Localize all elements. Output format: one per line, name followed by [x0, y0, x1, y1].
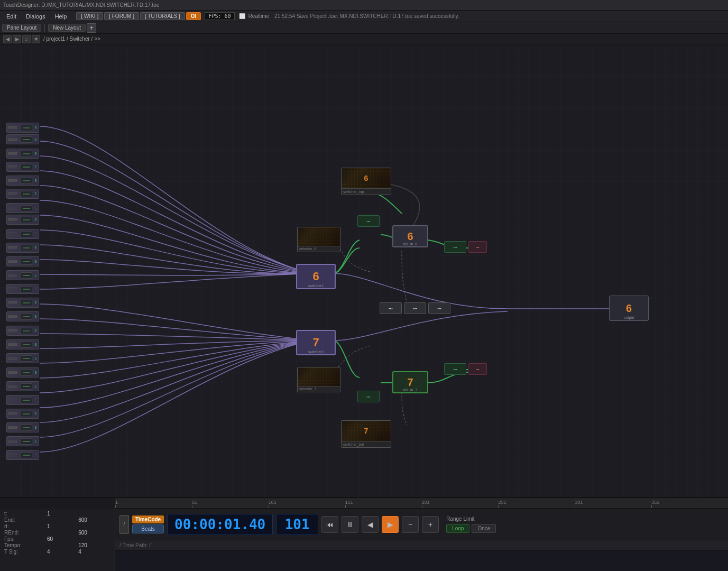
main-node-7[interactable]: 7 switcher2 [296, 330, 336, 355]
btn-play[interactable]: ▶ [382, 516, 399, 533]
input-node-17[interactable] [6, 353, 39, 363]
preview-node-bot[interactable]: 7 switcher_bot [341, 420, 391, 448]
time-path-label: / Time Path: / [119, 542, 151, 548]
preview-node-top[interactable]: 6 switcher_top [341, 168, 391, 195]
input-node-12[interactable] [6, 284, 39, 294]
input-node-2[interactable] [6, 149, 39, 159]
input-node-3[interactable] [6, 162, 39, 172]
util-green-6a[interactable]: ▪▪▪ [444, 241, 466, 253]
input-node-1[interactable] [6, 134, 39, 144]
input-node-23[interactable] [6, 436, 39, 446]
ruler-mark-51: 51 [192, 500, 197, 505]
input-node-15[interactable] [6, 326, 39, 336]
input-node-14[interactable] [6, 311, 39, 321]
tutorials-button[interactable]: [ TUTORIALS ] [140, 12, 185, 20]
btn-pause[interactable]: ⏸ [342, 516, 358, 533]
input-node-18[interactable] [6, 367, 39, 377]
ruler-mark-251: 251 [498, 500, 506, 505]
util-green-7a[interactable]: ▪▪▪ [444, 363, 466, 375]
num-6-right: 6 [407, 231, 413, 243]
transport-area: / TimeCode Beats 00:00:01.40 101 ⏮ ⏸ ◀ ▶… [115, 509, 728, 571]
row-node-1[interactable]: ▪▪▪ [380, 302, 402, 314]
ruler-line-301 [575, 505, 575, 508]
util-node-top-green[interactable]: ▪▪▪ [357, 215, 380, 227]
input-node-10[interactable] [6, 256, 39, 266]
btn-minus[interactable]: − [402, 516, 419, 533]
add-layout-button[interactable]: + [87, 23, 96, 33]
btn-back[interactable]: ◀ [362, 516, 379, 533]
btn-start[interactable]: ⏮ [321, 516, 338, 533]
input-node-9[interactable] [6, 243, 39, 253]
util-node-mid7-green[interactable]: ▪▪▪ [357, 391, 380, 402]
btn-plus[interactable]: + [422, 516, 439, 533]
input-node-20[interactable] [6, 395, 39, 405]
main-num-7: 7 [312, 336, 319, 349]
playhead-indicator[interactable]: / [119, 515, 129, 534]
input-node-11[interactable] [6, 270, 39, 280]
ruler-line-251 [498, 505, 499, 508]
preview-node-mid-7[interactable]: selector_7 [297, 367, 340, 392]
transport-bar: / TimeCode Beats 00:00:01.40 101 ⏮ ⏸ ◀ ▶… [115, 509, 728, 540]
util-pink-7a[interactable]: ▪▪ [468, 363, 487, 375]
row-node-3[interactable]: ▪▪▪ [428, 302, 450, 314]
input-node-7[interactable] [6, 215, 39, 225]
beats-button[interactable]: Beats [132, 524, 164, 533]
forward-button[interactable]: ▶ [13, 35, 21, 43]
bottom-panel: 151101151201251301351401 t: 1 End: 600 r… [0, 497, 728, 571]
stat-value-fps: 60 [47, 536, 76, 542]
ruler-mark-301: 301 [575, 500, 583, 505]
main-node-6[interactable]: 6 switcher1 [296, 264, 336, 289]
node-7-right[interactable]: 7 ndi_in_7 [392, 371, 428, 393]
preview-label-top: switcher_top [342, 188, 391, 195]
preview-screen-mid-7 [298, 367, 340, 386]
loop-button[interactable]: Loop [446, 524, 469, 533]
breadcrumb-path: / project1 / Switcher / >> [43, 36, 100, 42]
preview-screen-mid-6 [298, 227, 340, 246]
timecode-display: 00:00:01.40 [167, 514, 273, 535]
stat-value-rend: 600 [78, 530, 110, 536]
input-node-16[interactable] [6, 339, 39, 349]
pane-layout-button[interactable]: Pane Layout [2, 24, 41, 32]
preview-node-mid-6[interactable]: selector_6 [297, 227, 340, 252]
timeline-track[interactable] [115, 551, 728, 571]
input-node-6[interactable] [6, 203, 39, 213]
stat-value-tsig2: 4 [78, 549, 110, 555]
util-pink-6a[interactable]: ▪▪ [468, 241, 487, 253]
wiki-button[interactable]: [ WIKI ] [76, 12, 103, 20]
input-node-22[interactable] [6, 422, 39, 432]
once-button[interactable]: Once [472, 524, 496, 533]
input-node-0[interactable] [6, 123, 39, 133]
menu-edit[interactable]: Edit [2, 12, 21, 21]
input-node-19[interactable] [6, 381, 39, 391]
input-node-8[interactable] [6, 229, 39, 239]
frame-display: 101 [276, 514, 318, 535]
ruler-mark-201: 201 [422, 500, 430, 505]
input-node-24[interactable] [6, 450, 39, 460]
timecode-button[interactable]: TimeCode [132, 515, 164, 523]
forum-button[interactable]: [ FORUM ] [104, 12, 139, 20]
menu-dialogs[interactable]: Dialogs [22, 12, 50, 21]
input-node-13[interactable] [6, 298, 39, 308]
home-button[interactable]: ⌂ [22, 35, 31, 43]
menu-help[interactable]: Help [51, 12, 71, 21]
node-6-right[interactable]: 6 ndi_in_6 [392, 225, 428, 247]
input-node-4[interactable] [6, 176, 39, 186]
timecode-beats-group: TimeCode Beats [132, 515, 164, 533]
big-right-node[interactable]: 6 output [609, 296, 649, 321]
row-node-2[interactable]: ▪▪▪ [404, 302, 426, 314]
back-button[interactable]: ◀ [3, 35, 12, 43]
main-canvas[interactable]: .wire-purple { stroke: #8a7abf; stroke-w… [0, 44, 728, 497]
ruler-line-201 [422, 505, 422, 508]
big-right-num: 6 [626, 302, 632, 315]
ruler-mark-1: 1 [115, 500, 118, 505]
input-node-21[interactable] [6, 409, 39, 419]
ruler-mark-151: 151 [345, 500, 353, 505]
ruler-mark-101: 101 [269, 500, 277, 505]
oi-button[interactable]: OI [186, 12, 201, 20]
title-bar: TouchDesigner: D:/MX_TUTORIAL/MX.NDI.SWI… [0, 0, 728, 11]
preview-label-mid-7: selector_7 [298, 386, 340, 392]
bookmark-button[interactable]: ★ [32, 35, 40, 43]
range-label: Range Limit [446, 516, 496, 522]
new-layout-button[interactable]: New Layout [48, 24, 86, 32]
input-node-5[interactable] [6, 189, 39, 199]
